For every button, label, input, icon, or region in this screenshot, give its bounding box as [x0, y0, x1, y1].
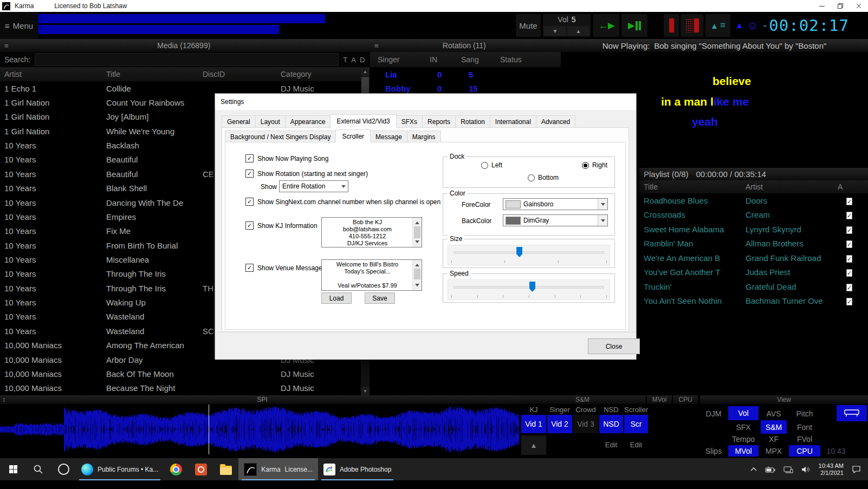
tray-chevron-icon[interactable] [750, 466, 757, 473]
close-dialog-button[interactable]: Close [588, 338, 640, 354]
option-show-kj-info[interactable]: ✓ Show KJ Information [245, 221, 318, 230]
kj-up-button[interactable]: ▲ [521, 435, 546, 455]
playlist-row[interactable]: You've Got Another TJudas Priest✓ [639, 265, 868, 280]
taskbar-clock[interactable]: 10:43 AM 2/1/2021 [819, 462, 844, 477]
vol-up-button[interactable]: ▲ [567, 26, 590, 36]
view-cell-xf[interactable]: XF [761, 434, 787, 444]
load-button[interactable]: Load [321, 292, 352, 304]
col-status[interactable]: Status [493, 55, 561, 64]
slider-track[interactable] [454, 286, 604, 289]
view-cell-djm[interactable]: DJM [701, 407, 726, 420]
tab-international[interactable]: International [490, 115, 536, 128]
view-cell-vol[interactable]: Vol [728, 406, 759, 420]
stop-button[interactable] [664, 14, 679, 37]
checkbox-icon[interactable]: ✓ [846, 255, 852, 263]
mixer-button-vid-3[interactable]: Vid 3 [573, 415, 598, 433]
minimize-button[interactable] [813, 0, 831, 12]
media-menu-icon[interactable]: ≡ [4, 42, 9, 50]
subtab-scroller[interactable]: Scroller [335, 129, 371, 142]
col-artist[interactable]: Artist [741, 182, 833, 191]
play-pause-button[interactable]: ▶ [621, 14, 647, 37]
scroll-down-icon[interactable] [415, 240, 419, 245]
col-sang[interactable]: Sang [454, 55, 493, 64]
speaker-icon[interactable] [801, 466, 811, 473]
slider-thumb[interactable] [516, 247, 522, 257]
search-input[interactable] [35, 53, 339, 66]
scroll-down-icon[interactable] [415, 284, 419, 289]
checkbox-icon[interactable]: ✓ [846, 240, 852, 248]
scroll-up-icon[interactable] [415, 219, 419, 224]
view-cell-mvol[interactable]: MVol [728, 445, 759, 457]
dock-bottom-option[interactable]: Bottom [528, 174, 559, 181]
dock-left-option[interactable]: Left [481, 161, 502, 169]
option-show-singnext[interactable]: ✓ Show SingNext.com channel number when … [245, 198, 441, 206]
subtab-margins[interactable]: Margins [407, 131, 441, 142]
forecolor-select[interactable]: Gainsboro [503, 198, 608, 210]
save-button[interactable]: Save [365, 292, 395, 304]
col-discid[interactable]: DiscID [198, 70, 276, 79]
cortana-button[interactable] [51, 458, 76, 480]
fade-stop-button[interactable] [681, 14, 703, 37]
mixer-button-nsd[interactable]: NSD [599, 415, 623, 433]
mixer-button-vid-1[interactable]: Vid 1 [521, 415, 546, 433]
waveform[interactable] [0, 404, 519, 455]
checkbox-icon[interactable]: ✓ [245, 264, 254, 272]
col-title[interactable]: Title [639, 182, 741, 191]
rotation-row[interactable]: Lia05 [370, 67, 561, 81]
chrome-task-button[interactable] [164, 458, 189, 480]
singer-advance-button[interactable]: ▲☺ [733, 14, 761, 37]
filter-button-d[interactable]: D [360, 56, 365, 64]
view-cell-mpx[interactable]: MPX [761, 445, 787, 457]
taskbar-search-button[interactable] [26, 458, 51, 480]
col-in[interactable]: IN [422, 55, 454, 64]
checkbox-icon[interactable]: ✓ [846, 298, 852, 305]
view-cell-font[interactable]: Font [789, 421, 820, 433]
view-cell-tempo[interactable]: Tempo [728, 434, 759, 444]
media-row[interactable]: 10,000 ManiacsBack Of The MoonDJ Music [0, 367, 361, 381]
checkbox-icon[interactable]: ✓ [846, 226, 852, 234]
nsd-edit-button[interactable]: Edit [599, 436, 623, 453]
speed-slider[interactable] [448, 279, 610, 300]
radio-icon[interactable] [528, 174, 535, 181]
view-cell-slips[interactable]: Slips [701, 445, 726, 457]
tab-external-vid2-vid3[interactable]: External Vid2/Vid3 [330, 114, 396, 128]
subtab-background-next-singers-display[interactable]: Background / Next Singers Display [225, 131, 336, 142]
mute-button[interactable]: Mute [516, 14, 541, 37]
col-category[interactable]: Category [276, 70, 361, 79]
filter-button-t[interactable]: T [343, 56, 347, 64]
playlist-play-button[interactable]: ▲≡ [705, 14, 730, 37]
backcolor-select[interactable]: DimGray [503, 214, 608, 226]
tab-rotation[interactable]: Rotation [455, 115, 490, 128]
scroll-down-icon[interactable]: ▼ [361, 387, 370, 395]
option-show-rotation[interactable]: ✓ Show Rotation (starting at next singer… [245, 169, 368, 178]
textarea-scrollbar[interactable] [412, 218, 422, 247]
view-cell-10-43[interactable]: 10 43 [822, 445, 850, 457]
view-cell-pitch[interactable]: Pitch [789, 407, 820, 420]
playlist-row[interactable]: We're An American BGrand Funk Railroad✓ [639, 251, 868, 265]
dock-right-option[interactable]: Right [582, 161, 607, 169]
tab-reports[interactable]: Reports [422, 115, 456, 128]
checkbox-icon[interactable]: ✓ [846, 269, 852, 277]
view-cell-fvol[interactable]: FVol [789, 434, 820, 444]
playlist-row[interactable]: You Ain't Seen NothinBachman Turner Ove✓ [639, 294, 868, 309]
media-row[interactable]: 10,000 ManiacsBecause The NightDJ Music [0, 381, 361, 395]
close-button[interactable] [850, 0, 868, 12]
menu-button[interactable]: ≡ Menu [0, 12, 38, 39]
tab-advanced[interactable]: Advanced [536, 115, 575, 128]
option-show-now-playing[interactable]: ✓ Show Now Playing Song [245, 154, 328, 162]
start-button[interactable] [0, 458, 26, 480]
tab-appearance[interactable]: Appearance [285, 115, 331, 128]
checkbox-icon[interactable]: ✓ [245, 169, 254, 178]
checkbox-icon[interactable]: ✓ [846, 212, 852, 219]
size-slider[interactable] [448, 245, 610, 265]
subtab-message[interactable]: Message [370, 131, 407, 142]
view-cell-avs[interactable]: AVS [761, 407, 787, 420]
edge-task-button[interactable]: Public Forums • Ka... [76, 458, 164, 480]
kj-info-textarea[interactable]: Bob the KJbob@latshaw.com410-555-1212DJ/… [321, 217, 422, 247]
tab-layout[interactable]: Layout [255, 115, 286, 128]
dialog-titlebar[interactable]: Settings [215, 94, 636, 110]
venue-message-textarea[interactable]: Welcome to Bill's BistroToday's Special.… [321, 259, 422, 291]
checkbox-icon[interactable]: ✓ [245, 198, 254, 206]
option-show-venue-message[interactable]: ✓ Show Venue Message [245, 264, 322, 272]
playlist-row[interactable]: Ramblin' ManAllman Brothers✓ [639, 237, 868, 251]
